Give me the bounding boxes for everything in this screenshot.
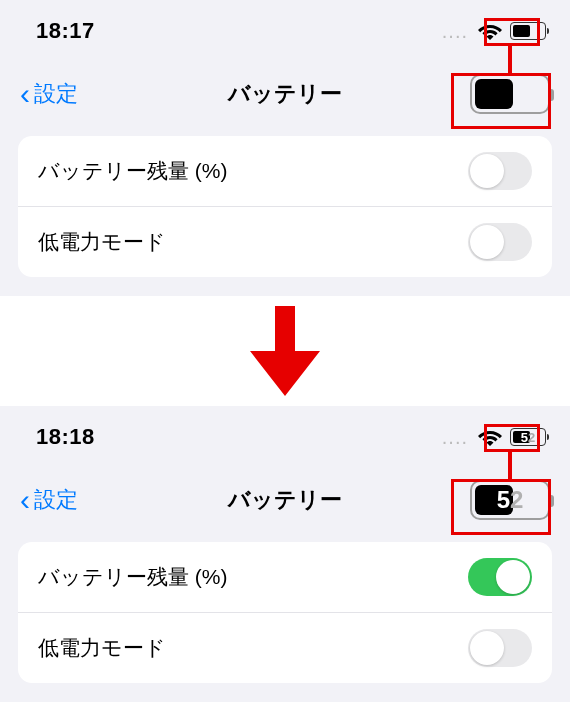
toggle-battery-percentage[interactable] xyxy=(468,558,532,596)
battery-large-icon: 52 xyxy=(470,480,550,520)
row-label: バッテリー残量 (%) xyxy=(38,157,228,185)
wifi-icon xyxy=(478,22,502,40)
settings-list: バッテリー残量 (%) 低電力モード xyxy=(18,136,552,277)
toggle-low-power-mode[interactable] xyxy=(468,629,532,667)
battery-large-icon xyxy=(470,74,550,114)
row-battery-percentage[interactable]: バッテリー残量 (%) xyxy=(18,542,552,612)
row-low-power-mode[interactable]: 低電力モード xyxy=(18,612,552,683)
screen-after: 18:18 .... 52 ‹ 設定 バッテリー 52 バッテリー残量 (%) xyxy=(0,406,570,702)
nav-bar: ‹ 設定 バッテリー xyxy=(0,56,570,136)
down-arrow-icon xyxy=(250,306,320,396)
row-label: 低電力モード xyxy=(38,228,166,256)
back-button[interactable]: ‹ 設定 xyxy=(20,485,78,515)
arrow-divider xyxy=(0,296,570,406)
status-bar: 18:18 .... 52 xyxy=(0,406,570,462)
wifi-icon xyxy=(478,428,502,446)
back-label: 設定 xyxy=(34,485,78,515)
row-label: バッテリー残量 (%) xyxy=(38,563,228,591)
row-battery-percentage[interactable]: バッテリー残量 (%) xyxy=(18,136,552,206)
more-dots-icon: .... xyxy=(442,20,468,43)
battery-percent-text: 52 xyxy=(511,431,545,444)
battery-status-icon: 52 xyxy=(510,428,546,446)
battery-percent-text: 52 xyxy=(472,488,548,512)
settings-list: バッテリー残量 (%) 低電力モード xyxy=(18,542,552,683)
battery-status-icon xyxy=(510,22,546,40)
back-button[interactable]: ‹ 設定 xyxy=(20,79,78,109)
chevron-left-icon: ‹ xyxy=(20,79,30,109)
time: 18:17 xyxy=(36,18,95,44)
nav-bar: ‹ 設定 バッテリー 52 xyxy=(0,462,570,542)
row-low-power-mode[interactable]: 低電力モード xyxy=(18,206,552,277)
back-label: 設定 xyxy=(34,79,78,109)
toggle-low-power-mode[interactable] xyxy=(468,223,532,261)
chevron-left-icon: ‹ xyxy=(20,485,30,515)
battery-fill xyxy=(513,25,530,37)
status-right: .... xyxy=(442,20,546,43)
screen-before: 18:17 .... ‹ 設定 バッテリー バッテリー残量 (%) 低電力モード xyxy=(0,0,570,296)
time: 18:18 xyxy=(36,424,95,450)
row-label: 低電力モード xyxy=(38,634,166,662)
battery-fill xyxy=(475,79,513,109)
more-dots-icon: .... xyxy=(442,426,468,449)
status-bar: 18:17 .... xyxy=(0,0,570,56)
toggle-battery-percentage[interactable] xyxy=(468,152,532,190)
status-right: .... 52 xyxy=(442,426,546,449)
